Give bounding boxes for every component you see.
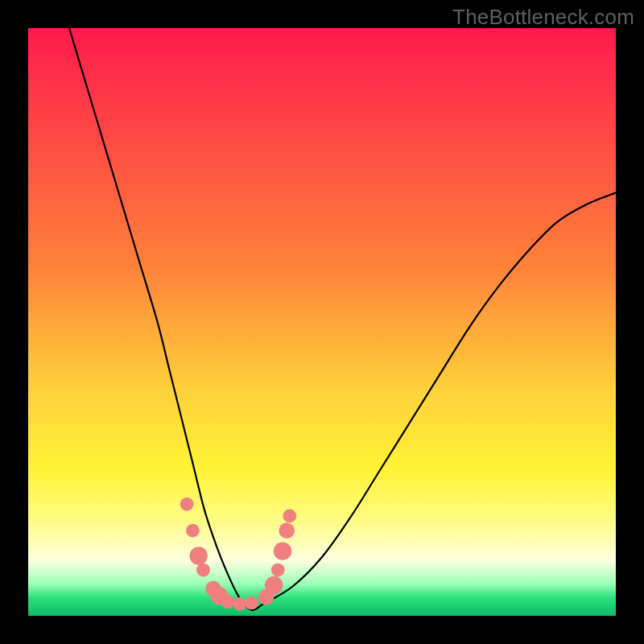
data-marker	[221, 595, 235, 609]
chart-plot-area	[28, 28, 616, 616]
data-marker	[245, 597, 258, 610]
data-marker	[190, 547, 208, 564]
watermark-label: TheBottleneck.com	[452, 5, 634, 30]
data-marker	[283, 510, 296, 523]
gradient-background	[28, 28, 616, 616]
data-marker	[271, 564, 285, 577]
data-marker	[196, 564, 210, 577]
data-marker	[265, 576, 283, 594]
data-marker	[279, 522, 295, 539]
data-marker	[180, 497, 194, 511]
chart-svg	[28, 28, 616, 616]
data-marker	[186, 524, 200, 538]
chart-frame: TheBottleneck.com	[0, 0, 644, 644]
data-marker	[233, 597, 246, 611]
data-marker	[274, 543, 291, 560]
